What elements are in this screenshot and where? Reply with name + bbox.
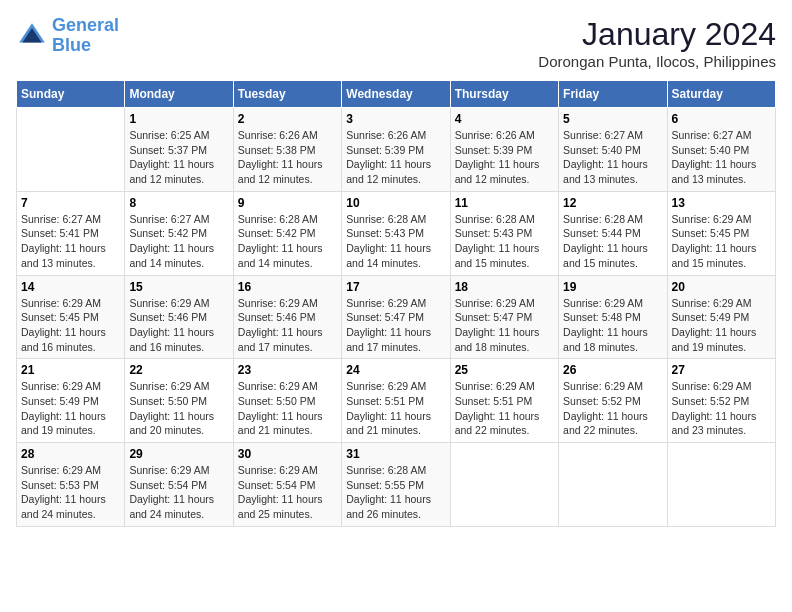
day-cell: 8Sunrise: 6:27 AMSunset: 5:42 PMDaylight… (125, 191, 233, 275)
day-cell (667, 443, 775, 527)
day-cell: 12Sunrise: 6:28 AMSunset: 5:44 PMDayligh… (559, 191, 667, 275)
day-info: Sunrise: 6:29 AMSunset: 5:49 PMDaylight:… (21, 379, 120, 438)
day-cell: 15Sunrise: 6:29 AMSunset: 5:46 PMDayligh… (125, 275, 233, 359)
day-number: 27 (672, 363, 771, 377)
day-number: 15 (129, 280, 228, 294)
day-number: 16 (238, 280, 337, 294)
day-cell: 23Sunrise: 6:29 AMSunset: 5:50 PMDayligh… (233, 359, 341, 443)
day-cell: 10Sunrise: 6:28 AMSunset: 5:43 PMDayligh… (342, 191, 450, 275)
day-header-thursday: Thursday (450, 81, 558, 108)
day-cell: 20Sunrise: 6:29 AMSunset: 5:49 PMDayligh… (667, 275, 775, 359)
day-info: Sunrise: 6:29 AMSunset: 5:52 PMDaylight:… (563, 379, 662, 438)
day-info: Sunrise: 6:27 AMSunset: 5:40 PMDaylight:… (672, 128, 771, 187)
day-info: Sunrise: 6:28 AMSunset: 5:55 PMDaylight:… (346, 463, 445, 522)
day-number: 9 (238, 196, 337, 210)
day-number: 19 (563, 280, 662, 294)
day-cell: 4Sunrise: 6:26 AMSunset: 5:39 PMDaylight… (450, 108, 558, 192)
day-info: Sunrise: 6:29 AMSunset: 5:54 PMDaylight:… (129, 463, 228, 522)
day-info: Sunrise: 6:27 AMSunset: 5:40 PMDaylight:… (563, 128, 662, 187)
day-number: 13 (672, 196, 771, 210)
page-header: General Blue January 2024 Dorongan Punta… (16, 16, 776, 70)
title-area: January 2024 Dorongan Punta, Ilocos, Phi… (538, 16, 776, 70)
day-cell: 24Sunrise: 6:29 AMSunset: 5:51 PMDayligh… (342, 359, 450, 443)
day-info: Sunrise: 6:29 AMSunset: 5:50 PMDaylight:… (238, 379, 337, 438)
day-cell: 27Sunrise: 6:29 AMSunset: 5:52 PMDayligh… (667, 359, 775, 443)
day-number: 7 (21, 196, 120, 210)
day-header-tuesday: Tuesday (233, 81, 341, 108)
day-number: 12 (563, 196, 662, 210)
day-header-monday: Monday (125, 81, 233, 108)
week-row-2: 7Sunrise: 6:27 AMSunset: 5:41 PMDaylight… (17, 191, 776, 275)
logo-text: General Blue (52, 16, 119, 56)
day-cell (450, 443, 558, 527)
day-cell: 17Sunrise: 6:29 AMSunset: 5:47 PMDayligh… (342, 275, 450, 359)
day-info: Sunrise: 6:29 AMSunset: 5:47 PMDaylight:… (346, 296, 445, 355)
day-info: Sunrise: 6:29 AMSunset: 5:53 PMDaylight:… (21, 463, 120, 522)
day-number: 11 (455, 196, 554, 210)
day-info: Sunrise: 6:29 AMSunset: 5:48 PMDaylight:… (563, 296, 662, 355)
day-number: 31 (346, 447, 445, 461)
calendar: SundayMondayTuesdayWednesdayThursdayFrid… (16, 80, 776, 527)
day-cell: 31Sunrise: 6:28 AMSunset: 5:55 PMDayligh… (342, 443, 450, 527)
day-info: Sunrise: 6:29 AMSunset: 5:54 PMDaylight:… (238, 463, 337, 522)
logo: General Blue (16, 16, 119, 56)
week-row-4: 21Sunrise: 6:29 AMSunset: 5:49 PMDayligh… (17, 359, 776, 443)
day-number: 22 (129, 363, 228, 377)
day-number: 30 (238, 447, 337, 461)
day-cell: 6Sunrise: 6:27 AMSunset: 5:40 PMDaylight… (667, 108, 775, 192)
day-info: Sunrise: 6:29 AMSunset: 5:45 PMDaylight:… (21, 296, 120, 355)
day-cell: 18Sunrise: 6:29 AMSunset: 5:47 PMDayligh… (450, 275, 558, 359)
day-number: 29 (129, 447, 228, 461)
day-number: 1 (129, 112, 228, 126)
day-info: Sunrise: 6:28 AMSunset: 5:43 PMDaylight:… (455, 212, 554, 271)
day-cell: 13Sunrise: 6:29 AMSunset: 5:45 PMDayligh… (667, 191, 775, 275)
day-cell: 19Sunrise: 6:29 AMSunset: 5:48 PMDayligh… (559, 275, 667, 359)
day-cell: 9Sunrise: 6:28 AMSunset: 5:42 PMDaylight… (233, 191, 341, 275)
day-number: 21 (21, 363, 120, 377)
day-info: Sunrise: 6:27 AMSunset: 5:42 PMDaylight:… (129, 212, 228, 271)
day-cell: 30Sunrise: 6:29 AMSunset: 5:54 PMDayligh… (233, 443, 341, 527)
day-cell: 2Sunrise: 6:26 AMSunset: 5:38 PMDaylight… (233, 108, 341, 192)
day-info: Sunrise: 6:29 AMSunset: 5:46 PMDaylight:… (129, 296, 228, 355)
month-title: January 2024 (538, 16, 776, 53)
day-number: 5 (563, 112, 662, 126)
day-number: 2 (238, 112, 337, 126)
day-info: Sunrise: 6:29 AMSunset: 5:50 PMDaylight:… (129, 379, 228, 438)
week-row-3: 14Sunrise: 6:29 AMSunset: 5:45 PMDayligh… (17, 275, 776, 359)
day-info: Sunrise: 6:28 AMSunset: 5:42 PMDaylight:… (238, 212, 337, 271)
day-cell (559, 443, 667, 527)
day-info: Sunrise: 6:29 AMSunset: 5:52 PMDaylight:… (672, 379, 771, 438)
day-number: 23 (238, 363, 337, 377)
day-cell: 26Sunrise: 6:29 AMSunset: 5:52 PMDayligh… (559, 359, 667, 443)
week-row-1: 1Sunrise: 6:25 AMSunset: 5:37 PMDaylight… (17, 108, 776, 192)
day-cell: 11Sunrise: 6:28 AMSunset: 5:43 PMDayligh… (450, 191, 558, 275)
day-header-saturday: Saturday (667, 81, 775, 108)
day-number: 24 (346, 363, 445, 377)
day-cell: 7Sunrise: 6:27 AMSunset: 5:41 PMDaylight… (17, 191, 125, 275)
logo-line2: Blue (52, 35, 91, 55)
day-cell: 3Sunrise: 6:26 AMSunset: 5:39 PMDaylight… (342, 108, 450, 192)
logo-line1: General (52, 15, 119, 35)
day-info: Sunrise: 6:29 AMSunset: 5:51 PMDaylight:… (455, 379, 554, 438)
day-number: 3 (346, 112, 445, 126)
day-number: 10 (346, 196, 445, 210)
day-cell: 14Sunrise: 6:29 AMSunset: 5:45 PMDayligh… (17, 275, 125, 359)
day-info: Sunrise: 6:28 AMSunset: 5:44 PMDaylight:… (563, 212, 662, 271)
day-header-sunday: Sunday (17, 81, 125, 108)
day-cell: 29Sunrise: 6:29 AMSunset: 5:54 PMDayligh… (125, 443, 233, 527)
logo-icon (16, 20, 48, 52)
day-number: 17 (346, 280, 445, 294)
day-number: 4 (455, 112, 554, 126)
day-cell: 5Sunrise: 6:27 AMSunset: 5:40 PMDaylight… (559, 108, 667, 192)
day-cell: 28Sunrise: 6:29 AMSunset: 5:53 PMDayligh… (17, 443, 125, 527)
day-info: Sunrise: 6:29 AMSunset: 5:45 PMDaylight:… (672, 212, 771, 271)
day-number: 8 (129, 196, 228, 210)
day-info: Sunrise: 6:29 AMSunset: 5:49 PMDaylight:… (672, 296, 771, 355)
day-cell: 16Sunrise: 6:29 AMSunset: 5:46 PMDayligh… (233, 275, 341, 359)
day-number: 28 (21, 447, 120, 461)
day-cell: 22Sunrise: 6:29 AMSunset: 5:50 PMDayligh… (125, 359, 233, 443)
day-cell: 1Sunrise: 6:25 AMSunset: 5:37 PMDaylight… (125, 108, 233, 192)
day-info: Sunrise: 6:29 AMSunset: 5:46 PMDaylight:… (238, 296, 337, 355)
day-cell: 25Sunrise: 6:29 AMSunset: 5:51 PMDayligh… (450, 359, 558, 443)
day-number: 18 (455, 280, 554, 294)
